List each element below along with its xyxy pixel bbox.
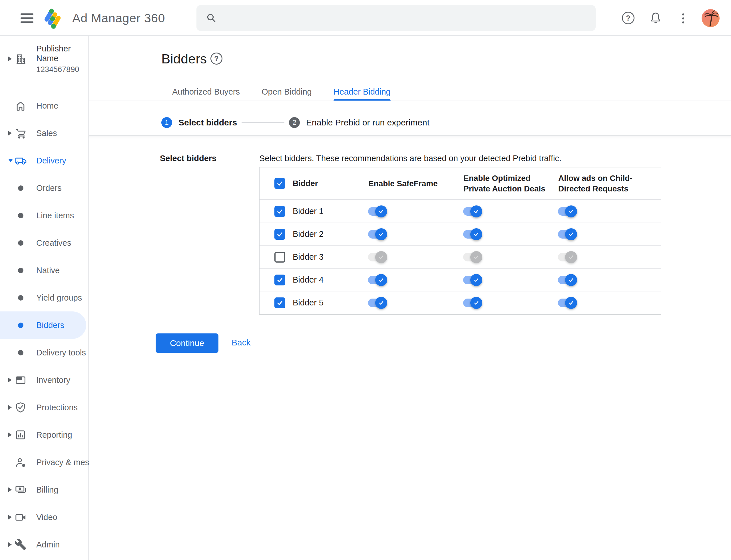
continue-button[interactable]: Continue (156, 333, 219, 353)
sidebar-item-inventory[interactable]: Inventory (0, 366, 88, 394)
expand-down-icon (8, 159, 13, 162)
safeframe-toggle (368, 253, 386, 261)
sidebar-item-yield-groups[interactable]: Yield groups (0, 284, 88, 311)
person-badge-icon (15, 456, 27, 468)
expand-right-icon (8, 515, 12, 519)
table-row: Bidder 1 (260, 200, 661, 223)
search-input[interactable] (224, 9, 596, 27)
child-directed-toggle[interactable] (558, 207, 576, 216)
building-icon (15, 53, 27, 65)
sidebar-item-delivery[interactable]: Delivery (0, 147, 88, 174)
optimized-deals-toggle[interactable] (463, 207, 481, 216)
step-1-label: Select bidders (179, 118, 237, 127)
publisher-network-id: 1234567890 (36, 65, 88, 74)
overflow-menu-icon[interactable] (680, 12, 686, 25)
step-2-label: Enable Prebid or run experiment (306, 118, 429, 127)
wrench-icon (15, 539, 27, 551)
row-checkbox[interactable] (275, 252, 285, 263)
tab-header-bidding[interactable]: Header Bidding (323, 83, 401, 101)
table-row: Bidder 3 (260, 245, 661, 268)
child-directed-toggle[interactable] (558, 299, 576, 307)
sidebar-item-sales[interactable]: Sales (0, 119, 88, 147)
menu-icon[interactable] (21, 13, 33, 23)
table-row: Bidder 5 (260, 291, 661, 314)
expand-right-icon (8, 378, 12, 382)
bidder-name: Bidder 5 (293, 298, 324, 307)
row-checkbox[interactable] (275, 206, 285, 217)
sidebar-item-orders[interactable]: Orders (0, 174, 88, 202)
back-link[interactable]: Back (232, 338, 251, 347)
child-directed-toggle[interactable] (558, 230, 576, 239)
row-checkbox[interactable] (275, 229, 285, 240)
wizard-stepper: 1 Select bidders 2 Enable Prebid or run … (161, 109, 429, 136)
videocam-icon (15, 511, 27, 523)
table-row: Bidder 2 (260, 223, 661, 245)
sidebar-item-bidders[interactable]: Bidders (0, 311, 86, 339)
expand-right-icon (8, 433, 12, 437)
bullet-icon (15, 295, 27, 301)
row-checkbox[interactable] (275, 275, 285, 285)
select-all-checkbox[interactable] (275, 178, 285, 189)
home-icon (15, 100, 27, 112)
section-description: Select bidders. These recommendations ar… (259, 154, 561, 163)
section-label: Select bidders (160, 154, 217, 163)
cart-icon (15, 127, 27, 139)
sidebar-item-reporting[interactable]: Reporting (0, 421, 88, 449)
bullet-icon (15, 323, 27, 328)
sidebar-item-admin[interactable]: Admin (0, 531, 88, 558)
shield-check-icon (15, 401, 27, 413)
optimized-deals-toggle[interactable] (463, 299, 481, 307)
col-header-safeframe: Enable SafeFrame (367, 178, 462, 189)
search-icon (206, 12, 217, 24)
payments-icon (15, 484, 27, 496)
step-2-badge: 2 (289, 117, 300, 128)
tabs-divider (89, 101, 731, 101)
bullet-icon (15, 268, 27, 273)
sidebar-item-billing[interactable]: Billing (0, 476, 88, 503)
search-bar[interactable] (197, 5, 596, 31)
publisher-account-switcher[interactable]: Publisher Name 1234567890 (0, 36, 88, 82)
sidebar-nav: Home Sales (0, 82, 88, 558)
notifications-bell-icon[interactable] (649, 11, 662, 25)
safeframe-toggle[interactable] (368, 230, 386, 239)
optimized-deals-toggle[interactable] (463, 276, 481, 284)
sidebar-item-protections[interactable]: Protections (0, 394, 88, 421)
child-directed-toggle (558, 253, 576, 261)
sidebar-item-native[interactable]: Native (0, 257, 88, 284)
tab-open-bidding[interactable]: Open Bidding (251, 83, 323, 101)
tab-authorized-buyers[interactable]: Authorized Buyers (161, 83, 251, 101)
sidebar-item-line-items[interactable]: Line items (0, 202, 88, 229)
publisher-name: Publisher Name (36, 44, 88, 64)
sidebar-item-video[interactable]: Video (0, 503, 88, 531)
bidders-table: Bidder Enable SafeFrame Enable Optimized… (259, 167, 661, 315)
sidebar-item-home[interactable]: Home (0, 92, 88, 119)
stepper-divider (89, 135, 731, 136)
safeframe-toggle[interactable] (368, 299, 386, 307)
sidebar-item-creatives[interactable]: Creatives (0, 229, 88, 257)
page-help-icon[interactable]: ? (211, 53, 223, 65)
help-icon[interactable]: ? (622, 12, 634, 24)
col-header-child-directed: Allow ads on Child- Directed Requests (557, 173, 661, 194)
bullet-icon (15, 185, 27, 191)
bidder-name: Bidder 4 (293, 275, 324, 285)
safeframe-toggle[interactable] (368, 207, 386, 216)
sidebar-item-delivery-tools[interactable]: Delivery tools (0, 339, 88, 366)
tab-bar: Authorized Buyers Open Bidding Header Bi… (161, 83, 401, 101)
inventory-icon (15, 374, 27, 386)
step-1-badge: 1 (161, 117, 172, 128)
step-connector (242, 122, 285, 123)
bidder-name: Bidder 2 (293, 229, 324, 239)
safeframe-toggle[interactable] (368, 276, 386, 284)
table-row: Bidder 4 (260, 268, 661, 291)
expand-right-icon (8, 57, 12, 61)
bidder-name: Bidder 1 (293, 207, 324, 216)
sidebar-item-privacy-messaging[interactable]: Privacy & messaging (0, 449, 88, 476)
optimized-deals-toggle[interactable] (463, 230, 481, 239)
row-checkbox[interactable] (275, 297, 285, 308)
account-avatar[interactable] (702, 9, 720, 27)
expand-right-icon (8, 131, 12, 135)
child-directed-toggle[interactable] (558, 276, 576, 284)
expand-right-icon (8, 405, 12, 410)
col-header-optimized-deals: Enable Optimized Private Auction Deals (462, 173, 557, 194)
optimized-deals-toggle (463, 253, 481, 261)
